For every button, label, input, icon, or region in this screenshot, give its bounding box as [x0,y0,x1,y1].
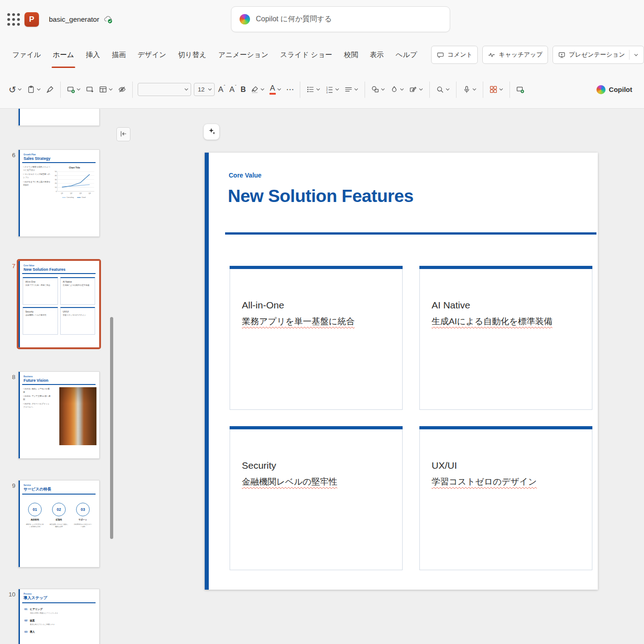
menu-tab-11[interactable]: ヘルプ [395,39,418,71]
ribbon-separator [300,82,300,98]
copilot-search-bar[interactable]: Copilot に何か質問する [231,6,450,32]
highlighter-icon [250,85,259,94]
slide-plus-icon [516,85,524,94]
svg-text:10: 10 [55,187,57,188]
save-status-icon[interactable] [103,15,113,24]
catchup-button[interactable]: キャッチアップ [482,46,548,64]
designer-button[interactable] [487,80,506,100]
find-button[interactable] [433,80,452,100]
shapes-icon [371,85,380,94]
file-name[interactable]: basic_generator [49,15,99,24]
slide-10-row: 10 Process 導入ステップ 01ヒアリング 現状の課題と要望をヒアリング… [18,589,100,644]
chevron-down-icon [108,87,113,92]
thumb-title-underline [22,162,96,163]
slide-7-thumbnail[interactable]: Core Value New Solution Features All-in-… [18,260,100,348]
numbering-button[interactable]: 123 [323,80,342,100]
chevron-down-icon [354,87,359,92]
slide-9-thumbnail[interactable]: Service サービスの特長 01 高信頼性 AI監視による99.99%の高い… [18,480,100,567]
shapes-button[interactable] [369,80,388,100]
more-font-options-button[interactable]: ⋯ [284,80,296,100]
designer-sparkle-button[interactable] [203,124,220,140]
feature-card-1[interactable]: All-in-One業務アプリを単一基盤に統合 [230,266,403,410]
chevron-down-icon [76,87,81,92]
sparkle-icon [207,127,216,137]
menu-tab-2[interactable]: ホーム [52,39,75,71]
thumb-mini-cards: All-in-One業務アプリを単一基盤に統合 AI Native生成AIによる… [23,277,95,335]
copilot-button[interactable]: Copilot [594,80,638,100]
font-size-button[interactable]: 12 [194,83,215,96]
dictate-button[interactable] [460,80,479,100]
mini-card: AI Native生成AIによる自動化を標準装備 [60,277,96,305]
shape-fill-button[interactable] [388,80,407,100]
slide-10-number: 10 [5,591,15,598]
format-painter-button[interactable] [43,80,57,100]
mini-card: UX/UI学習コストゼロのデザイン [60,307,96,335]
undo-button[interactable]: ↺ [6,80,24,100]
ribbon-separator [456,82,457,98]
slide-10-thumbnail[interactable]: Process 導入ステップ 01ヒアリング 現状の課題と要望をヒアリングします… [18,589,100,644]
chevron-down-icon [36,87,41,92]
paste-button[interactable] [24,80,43,100]
highlighter-button[interactable] [248,80,267,100]
menu-tab-8[interactable]: スライド ショー [279,39,333,71]
slide-6-number: 6 [5,152,15,159]
shape-outline-button[interactable] [407,80,426,100]
font-color-button[interactable]: A [267,80,284,100]
slide-5-thumbnail-partial[interactable] [18,109,100,126]
slide-8-number: 8 [5,374,15,380]
circle-item: 01 高信頼性 AI監視による99.99%の高い稼働率を実現 [24,503,45,529]
grow-font-button[interactable]: Aˆ [216,80,227,100]
collapse-panel-button[interactable] [116,127,130,141]
slide-accent-bar [205,153,209,590]
bullets-button[interactable] [304,80,323,100]
menu-tab-7[interactable]: アニメーション [217,39,269,71]
present-label: プレゼンテーション [569,51,625,59]
eye-off-icon [118,85,126,94]
powerpoint-logo[interactable]: P [24,12,39,27]
feature-card-4[interactable]: UX/UI学習コストゼロのデザイン [419,426,592,570]
slide-eyebrow[interactable]: Core Value [229,172,261,179]
search-icon [436,85,444,94]
add-slide-button[interactable] [514,80,527,100]
thumbnail-scrollbar[interactable] [110,317,113,539]
copilot-icon [240,14,250,24]
menu-tab-1[interactable]: ファイル [11,39,42,71]
feature-card-2[interactable]: AI Native生成AIによる自動化を標準装備 [419,266,592,410]
pen-box-icon [409,85,418,94]
waffle-icon [5,22,22,29]
lines-icon [344,85,353,94]
chevron-down-icon [380,87,385,92]
menu-tab-3[interactable]: 挿入 [85,39,101,71]
menu-tab-4[interactable]: 描画 [111,39,127,71]
layout-button[interactable] [96,80,115,100]
feature-card-3[interactable]: Security金融機関レベルの堅牢性 [230,426,403,570]
slide-8-thumbnail[interactable]: Business Future Vision 2025年: 国内シェアNo.1を… [18,371,100,459]
reuse-slides-button[interactable] [83,80,96,100]
mic-icon [462,85,471,94]
slide-title[interactable]: New Solution Features [228,186,413,206]
ribbon-separator [60,82,61,98]
thumb-photo-alley [59,387,96,445]
menu-tab-6[interactable]: 切り替え [177,39,207,71]
shrink-font-button[interactable]: Aˇ [227,80,238,100]
svg-text:40: 40 [55,175,57,177]
present-button[interactable]: プレゼンテーション [553,46,644,64]
comments-button[interactable]: コメント [431,46,478,64]
hide-slide-button[interactable] [115,80,129,100]
slide-6-thumbnail[interactable]: Growth Plan Sales Strategy クラウド事業を成長ドライバ… [18,149,100,237]
line-spacing-button[interactable] [342,80,361,100]
chevron-down-icon [207,87,212,92]
monitor-icon [558,51,566,59]
slide-canvas[interactable]: Core Value New Solution Features All-in-… [205,153,598,590]
menu-tab-10[interactable]: 表示 [369,39,385,71]
app-launcher-button[interactable] [5,11,22,28]
new-slide-button[interactable] [64,80,83,100]
slide-7-row: 7 Core Value New Solution Features All-i… [18,260,100,348]
font-name-button[interactable] [138,83,191,96]
button-divider [629,50,630,60]
menu-tab-9[interactable]: 校閲 [343,39,359,71]
chevron-down-icon [499,87,504,92]
thumb-eyebrow: Business [24,375,99,378]
bold-button[interactable]: B [238,80,248,100]
menu-tab-5[interactable]: デザイン [137,39,167,71]
